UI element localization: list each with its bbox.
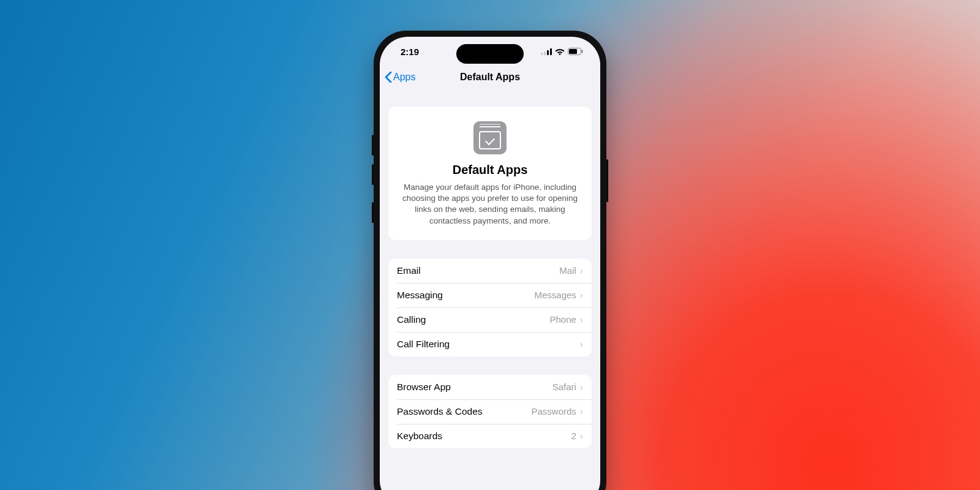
row-label: Calling bbox=[397, 314, 549, 325]
nav-title: Default Apps bbox=[460, 72, 520, 83]
hero-card: Default Apps Manage your default apps fo… bbox=[388, 107, 592, 240]
svg-rect-2 bbox=[547, 50, 549, 55]
wifi-icon bbox=[555, 48, 565, 55]
default-apps-icon bbox=[473, 121, 507, 154]
row-label: Call Filtering bbox=[397, 339, 576, 350]
chevron-right-icon: › bbox=[580, 339, 583, 350]
back-label: Apps bbox=[393, 72, 415, 83]
svg-rect-7 bbox=[582, 50, 583, 53]
hero-body: Manage your default apps for iPhone, inc… bbox=[397, 182, 583, 227]
chevron-right-icon: › bbox=[580, 431, 583, 442]
row-value: Phone bbox=[549, 314, 576, 325]
content: Default Apps Manage your default apps fo… bbox=[380, 88, 600, 448]
row-label: Email bbox=[397, 265, 559, 276]
row-messaging[interactable]: Messaging Messages › bbox=[388, 283, 592, 307]
hero-title: Default Apps bbox=[397, 163, 583, 177]
row-value: Passwords bbox=[531, 406, 576, 417]
status-time: 2:19 bbox=[401, 47, 419, 57]
svg-rect-3 bbox=[550, 48, 552, 55]
chevron-right-icon: › bbox=[580, 265, 583, 276]
row-call-filtering[interactable]: Call Filtering › bbox=[388, 332, 592, 356]
row-value: Messages bbox=[534, 290, 576, 300]
dynamic-island bbox=[456, 44, 524, 64]
status-icons bbox=[541, 48, 583, 55]
row-email[interactable]: Email Mail › bbox=[388, 258, 592, 283]
chevron-right-icon: › bbox=[580, 406, 583, 417]
chevron-left-icon bbox=[385, 72, 392, 83]
back-button[interactable]: Apps bbox=[385, 72, 415, 83]
phone-screen: 2:19 bbox=[380, 37, 600, 490]
row-passwords[interactable]: Passwords & Codes Passwords › bbox=[388, 399, 592, 424]
svg-rect-0 bbox=[541, 53, 543, 55]
row-calling[interactable]: Calling Phone › bbox=[388, 307, 592, 332]
row-label: Passwords & Codes bbox=[397, 406, 531, 417]
row-keyboards[interactable]: Keyboards 2 › bbox=[388, 424, 592, 448]
battery-icon bbox=[568, 48, 583, 55]
chevron-right-icon: › bbox=[580, 290, 583, 301]
settings-group-1: Email Mail › Messaging Messages › Callin… bbox=[388, 258, 592, 356]
cellular-icon bbox=[541, 48, 552, 55]
row-label: Browser App bbox=[397, 382, 552, 393]
svg-rect-1 bbox=[544, 51, 546, 55]
row-value: Mail bbox=[559, 265, 576, 276]
row-label: Keyboards bbox=[397, 431, 571, 442]
row-value: Safari bbox=[552, 382, 576, 392]
nav-bar: Apps Default Apps bbox=[380, 66, 600, 88]
phone-frame: 2:19 bbox=[374, 31, 606, 490]
svg-rect-6 bbox=[569, 49, 577, 54]
chevron-right-icon: › bbox=[580, 314, 583, 325]
svg-point-4 bbox=[559, 53, 561, 55]
row-value: 2 bbox=[571, 431, 576, 441]
row-label: Messaging bbox=[397, 290, 534, 301]
chevron-right-icon: › bbox=[580, 382, 583, 393]
row-browser[interactable]: Browser App Safari › bbox=[388, 375, 592, 399]
settings-group-2: Browser App Safari › Passwords & Codes P… bbox=[388, 375, 592, 448]
